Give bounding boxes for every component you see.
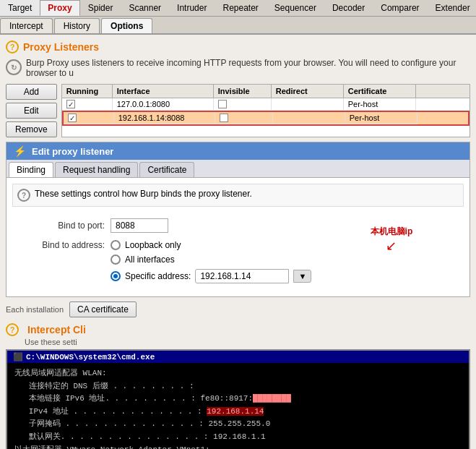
menu-repeater[interactable]: Repeater — [215, 0, 266, 16]
inner-tab-bar: Binding Request handling Certificate — [7, 160, 469, 178]
menu-scanner[interactable]: Scanner — [121, 0, 169, 16]
proxy-listeners-info-text: Burp Proxy uses listeners to receive inc… — [26, 58, 470, 78]
menu-sequencer[interactable]: Sequencer — [267, 0, 324, 16]
row2-interface: 192.168.1.14:8088 — [114, 112, 215, 124]
tab-intercept[interactable]: Intercept — [0, 18, 53, 33]
row1-interface: 127.0.0.1:8080 — [113, 98, 214, 111]
form-area: Bind to port: Bind to address: Loopback … — [7, 213, 469, 296]
bind-address-label: Bind to address: — [18, 240, 105, 250]
proxy-listeners-header: ? Proxy Listeners — [6, 40, 470, 54]
tab-request-handling[interactable]: Request handling — [55, 162, 138, 177]
col-redirect: Redirect — [272, 85, 344, 98]
cmd-line-6: 子网掩码 . . . . . . . . . . . . . . : 255.2… — [14, 418, 462, 431]
intercept-icon: ? — [6, 323, 19, 336]
annotation-text: 本机电脑ip — [371, 226, 413, 238]
row1-redirect — [272, 98, 344, 111]
cmd-line-7: 默认网关. . . . . . . . . . . . . . . : 192.… — [14, 431, 462, 444]
use-settings-text: Use these setti — [25, 338, 470, 346]
menu-comparer[interactable]: Comparer — [373, 0, 427, 16]
edit-panel-title: Edit proxy listener — [32, 146, 113, 157]
col-running: Running — [62, 85, 113, 98]
row1-checkbox[interactable] — [66, 100, 75, 108]
sub-tab-bar: Intercept History Options — [0, 17, 476, 35]
menu-bar: Target Proxy Spider Scanner Intruder Rep… — [0, 0, 476, 17]
col-certificate: Certificate — [344, 85, 416, 98]
table-row[interactable]: 127.0.0.1:8080 Per-host — [62, 98, 469, 111]
edit-button[interactable]: Edit — [6, 103, 57, 119]
menu-decoder[interactable]: Decoder — [324, 0, 373, 16]
row1-invisible — [214, 98, 272, 111]
table-row[interactable]: 192.168.1.14:8088 Per-host — [62, 111, 469, 126]
cmd-line-4: 本地链接 IPv6 地址. . . . . . . . . : fe80::89… — [14, 393, 462, 406]
settings-info: ? These settings control how Burp binds … — [12, 184, 464, 207]
tab-history[interactable]: History — [54, 18, 100, 33]
menu-target[interactable]: Target — [0, 0, 40, 16]
radio-specific[interactable]: Specific address: ▼ — [111, 269, 311, 283]
radio-loopback-circle[interactable] — [111, 240, 121, 250]
row1-certificate: Per-host — [344, 98, 416, 111]
row2-invisible-checkbox[interactable] — [220, 114, 228, 122]
row1-running — [62, 98, 113, 111]
table-header: Running Interface Invisible Redirect Cer… — [62, 85, 469, 98]
edit-proxy-panel: ⚡ Edit proxy listener Binding Request ha… — [6, 142, 470, 297]
row2-checkbox[interactable] — [68, 114, 77, 122]
cmd-body: 无线局域网适配器 WLAN: 连接特定的 DNS 后缀 . . . . . . … — [7, 363, 469, 449]
cmd-titlebar: ⬛ C:\WINDOWS\system32\cmd.exe — [7, 351, 469, 363]
cmd-title: C:\WINDOWS\system32\cmd.exe — [26, 353, 155, 362]
col-interface: Interface — [113, 85, 214, 98]
listeners-buttons: Add Edit Remove — [6, 84, 57, 137]
dropdown-button[interactable]: ▼ — [293, 270, 311, 283]
radio-loopback[interactable]: Loopback only — [111, 240, 311, 250]
proxy-listeners-title: Proxy Listeners — [23, 41, 99, 53]
listeners-table: Running Interface Invisible Redirect Cer… — [61, 84, 470, 137]
col-invisible: Invisible — [214, 85, 272, 98]
bind-address-row: Bind to address: Loopback only All inter… — [18, 240, 458, 283]
radio-all-circle[interactable] — [111, 255, 121, 265]
cmd-line-5: IPv4 地址 . . . . . . . . . . . . . : 192.… — [14, 406, 462, 419]
menu-spider[interactable]: Spider — [80, 0, 121, 16]
tab-certificate[interactable]: Certificate — [139, 162, 194, 177]
intercept-header: ? Intercept Cli — [6, 323, 470, 336]
settings-info-icon: ? — [17, 189, 30, 202]
remove-button[interactable]: Remove — [6, 121, 57, 137]
proxy-listeners-icon: ? — [6, 40, 19, 54]
radio-all-label: All interfaces — [125, 255, 175, 265]
row2-invisible — [215, 112, 273, 124]
info-icon: ↻ — [6, 59, 22, 75]
main-content: ? Proxy Listeners ↻ Burp Proxy uses list… — [0, 35, 476, 449]
annotation-area: 本机电脑ip ↙ — [371, 226, 413, 254]
edit-panel-icon: ⚡ — [14, 145, 26, 157]
radio-specific-label: Specific address: — [125, 271, 191, 281]
edit-panel-header: ⚡ Edit proxy listener — [7, 142, 469, 160]
bind-port-label: Bind to port: — [18, 221, 105, 231]
row2-certificate: Per-host — [345, 112, 417, 124]
ca-certificate-button[interactable]: CA certificate — [69, 302, 137, 317]
bind-port-input[interactable] — [111, 218, 168, 233]
ipv4-highlight: 192.168.1.14 — [207, 407, 264, 416]
intercept-title: Intercept Cli — [27, 324, 86, 335]
row2-redirect — [273, 112, 345, 124]
proxy-listeners-info: ↻ Burp Proxy uses listeners to receive i… — [6, 58, 470, 78]
menu-extender[interactable]: Extender — [428, 0, 476, 16]
radio-specific-circle[interactable] — [111, 271, 121, 281]
menu-intruder[interactable]: Intruder — [169, 0, 215, 16]
specific-address-input[interactable] — [195, 269, 289, 283]
cmd-line-3: 连接特定的 DNS 后缀 . . . . . . . . : — [14, 380, 462, 393]
ca-section: Each installation CA certificate — [6, 302, 470, 317]
annotation-arrow: ↙ — [386, 238, 397, 254]
settings-info-text: These settings control how Burp binds th… — [35, 189, 252, 199]
add-button[interactable]: Add — [6, 84, 57, 100]
cmd-window: ⬛ C:\WINDOWS\system32\cmd.exe 无线局域网适配器 W… — [6, 349, 470, 449]
radio-all[interactable]: All interfaces — [111, 255, 311, 265]
row1-invisible-checkbox[interactable] — [218, 100, 227, 108]
specific-row: Specific address: ▼ — [125, 269, 311, 283]
tab-options[interactable]: Options — [101, 18, 152, 33]
cmd-line-1: 无线局域网适配器 WLAN: — [14, 367, 462, 380]
row2-running — [64, 112, 114, 124]
hidden-ipv6: ████████ — [253, 394, 291, 403]
listeners-panel: Add Edit Remove Running Interface Invisi… — [6, 84, 470, 137]
menu-proxy[interactable]: Proxy — [40, 0, 79, 16]
tab-binding[interactable]: Binding — [9, 162, 53, 177]
cmd-line-9: 以太网适配器 VMware Network Adapter VMnet1: — [14, 444, 462, 449]
cmd-icon: ⬛ — [13, 352, 23, 362]
